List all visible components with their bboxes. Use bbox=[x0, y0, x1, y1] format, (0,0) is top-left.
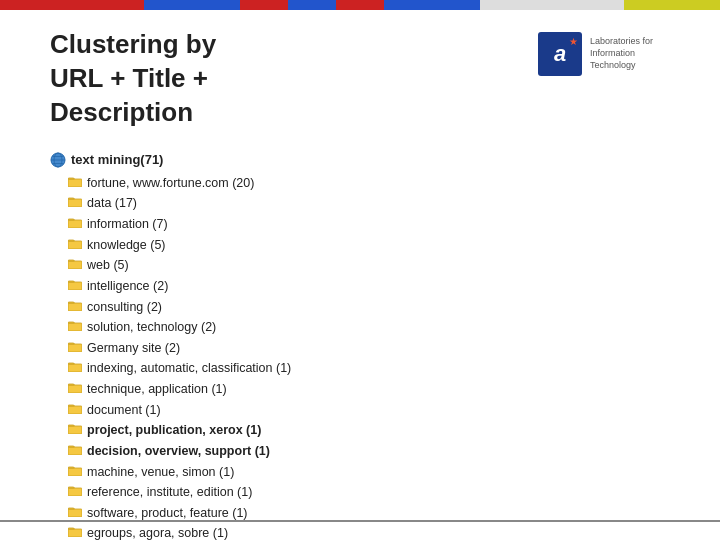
list-item: indexing, automatic, classification (1) bbox=[50, 358, 690, 379]
item-label: knowledge (5) bbox=[87, 235, 166, 256]
list-item: Germany site (2) bbox=[50, 338, 690, 359]
list-item: technique, application (1) bbox=[50, 379, 690, 400]
folder-icon bbox=[68, 235, 82, 256]
folder-icon bbox=[68, 276, 82, 297]
list-item: information (7) bbox=[50, 214, 690, 235]
folder-icon bbox=[68, 523, 82, 540]
item-label: information (7) bbox=[87, 214, 168, 235]
item-label: technique, application (1) bbox=[87, 379, 227, 400]
folder-icon bbox=[68, 482, 82, 503]
item-label: Germany site (2) bbox=[87, 338, 180, 359]
item-label: egroups, agora, sobre (1) bbox=[87, 523, 228, 540]
folder-icon bbox=[68, 255, 82, 276]
list-item: decision, overview, support (1) bbox=[50, 441, 690, 462]
svg-rect-18 bbox=[68, 447, 82, 455]
svg-rect-8 bbox=[68, 241, 82, 249]
item-label: intelligence (2) bbox=[87, 276, 168, 297]
item-label: consulting (2) bbox=[87, 297, 162, 318]
tree-root-label: text mining(71) bbox=[71, 149, 163, 170]
svg-rect-7 bbox=[68, 220, 82, 228]
list-item: intelligence (2) bbox=[50, 276, 690, 297]
svg-rect-5 bbox=[68, 179, 82, 187]
folder-icon bbox=[68, 358, 82, 379]
svg-rect-12 bbox=[68, 323, 82, 331]
item-label: indexing, automatic, classification (1) bbox=[87, 358, 291, 379]
list-item: web (5) bbox=[50, 255, 690, 276]
svg-rect-20 bbox=[68, 488, 82, 496]
svg-rect-9 bbox=[68, 261, 82, 269]
list-item: reference, institute, edition (1) bbox=[50, 482, 690, 503]
main-content: text mining(71) fortune, www.fortune.com… bbox=[0, 139, 720, 540]
svg-rect-21 bbox=[68, 509, 82, 517]
logo-area: a ★ Laboratories for Information Technol… bbox=[538, 32, 680, 76]
item-label: fortune, www.fortune.com (20) bbox=[87, 173, 254, 194]
svg-rect-22 bbox=[68, 529, 82, 537]
folder-icon bbox=[68, 400, 82, 421]
item-label: solution, technology (2) bbox=[87, 317, 216, 338]
svg-rect-17 bbox=[68, 426, 82, 434]
item-label: decision, overview, support (1) bbox=[87, 441, 270, 462]
list-item: consulting (2) bbox=[50, 297, 690, 318]
top-color-bar bbox=[0, 0, 720, 10]
svg-rect-19 bbox=[68, 468, 82, 476]
slide-title: Clustering by URL + Title + Description bbox=[50, 28, 216, 129]
item-label: data (17) bbox=[87, 193, 137, 214]
list-item: egroups, agora, sobre (1) bbox=[50, 523, 690, 540]
folder-icon bbox=[68, 462, 82, 483]
svg-rect-10 bbox=[68, 282, 82, 290]
globe-icon bbox=[50, 152, 66, 168]
item-label: project, publication, xerox (1) bbox=[87, 420, 261, 441]
item-label: reference, institute, edition (1) bbox=[87, 482, 252, 503]
logo-box: a ★ bbox=[538, 32, 582, 76]
list-item: machine, venue, simon (1) bbox=[50, 462, 690, 483]
logo-text: Laboratories for Information Technology bbox=[590, 36, 680, 71]
tree-root: text mining(71) bbox=[50, 149, 690, 170]
logo-star-icon: ★ bbox=[569, 36, 578, 47]
svg-rect-6 bbox=[68, 199, 82, 207]
folder-icon bbox=[68, 441, 82, 462]
folder-icon bbox=[68, 214, 82, 235]
folder-icon bbox=[68, 317, 82, 338]
cluster-tree: text mining(71) fortune, www.fortune.com… bbox=[50, 149, 690, 540]
folder-icon bbox=[68, 420, 82, 441]
folder-icon bbox=[68, 297, 82, 318]
list-item: fortune, www.fortune.com (20) bbox=[50, 173, 690, 194]
logo-letter: a bbox=[554, 41, 566, 67]
folder-icon bbox=[68, 193, 82, 214]
svg-rect-14 bbox=[68, 364, 82, 372]
svg-rect-11 bbox=[68, 303, 82, 311]
list-item: solution, technology (2) bbox=[50, 317, 690, 338]
svg-rect-15 bbox=[68, 385, 82, 393]
folder-icon bbox=[68, 379, 82, 400]
item-label: web (5) bbox=[87, 255, 129, 276]
svg-rect-13 bbox=[68, 344, 82, 352]
list-item: data (17) bbox=[50, 193, 690, 214]
header: Clustering by URL + Title + Description … bbox=[0, 10, 720, 139]
item-label: document (1) bbox=[87, 400, 161, 421]
tree-items: fortune, www.fortune.com (20) data (17) … bbox=[50, 173, 690, 540]
list-item: document (1) bbox=[50, 400, 690, 421]
bottom-line bbox=[0, 520, 720, 522]
list-item: knowledge (5) bbox=[50, 235, 690, 256]
svg-rect-16 bbox=[68, 406, 82, 414]
folder-icon bbox=[68, 338, 82, 359]
item-label: machine, venue, simon (1) bbox=[87, 462, 234, 483]
folder-icon bbox=[68, 173, 82, 194]
list-item: project, publication, xerox (1) bbox=[50, 420, 690, 441]
